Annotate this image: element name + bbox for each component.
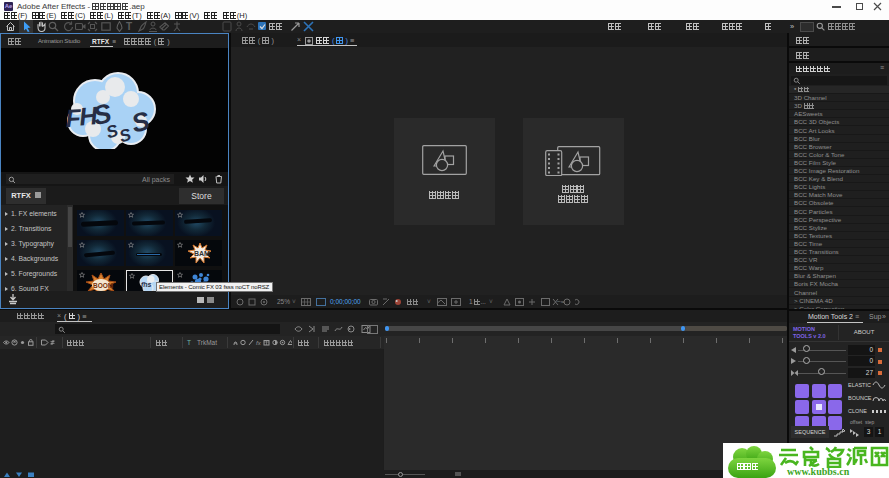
svg-text:BAM: BAM bbox=[194, 250, 210, 257]
svg-text:BOOM: BOOM bbox=[93, 282, 113, 289]
svg-text:fhs: fhs bbox=[141, 281, 152, 288]
svg-text:fx: fx bbox=[256, 340, 262, 346]
